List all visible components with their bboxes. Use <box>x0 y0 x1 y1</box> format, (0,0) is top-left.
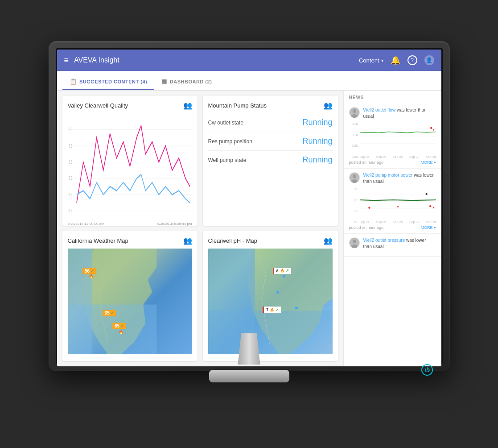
card-valley-icon: 👥 <box>183 101 192 110</box>
card-clearwell: Clearwell pH - Map 👥 <box>203 231 338 361</box>
news-item-1-text: Well2 outlet flow was lower than usual <box>363 107 436 120</box>
pump-label-1: Cw outlet state <box>208 120 243 126</box>
news-link-3[interactable]: Well2 outlet pressure <box>363 238 405 243</box>
news-panel: NEWS <box>343 91 441 366</box>
card-pump: Mountain Pump Status 👥 Cw outlet state R… <box>203 96 338 226</box>
svg-text:7.5: 7.5 <box>68 143 72 149</box>
svg-point-39 <box>351 245 358 248</box>
hamburger-menu[interactable]: ≡ <box>64 56 69 65</box>
tab-dashboard[interactable]: ▦ DASHBOARD (2) <box>154 74 219 90</box>
news-item-2-header: Well2 pump motor power was lower than us… <box>349 172 436 185</box>
chart-area: 8.5 7.5 6.5 5.5 4.5 3.5 <box>68 113 192 219</box>
svg-text:8.5: 8.5 <box>68 127 72 132</box>
svg-text:3.5: 3.5 <box>68 208 72 213</box>
ca-marker-65b: 65 ↗ <box>112 323 126 329</box>
chart-timestamps: 9/26/2018 12:00:00 am 9/28/2018 8:28:44 … <box>68 222 192 226</box>
svg-text:5.5: 5.5 <box>68 176 72 181</box>
svg-point-24 <box>430 127 432 129</box>
svg-point-19 <box>353 109 356 113</box>
svg-point-25 <box>433 129 434 130</box>
stand-base <box>209 370 289 382</box>
user-icon[interactable]: 👤 <box>424 55 434 65</box>
pump-row-1: Cw outlet state Running <box>208 113 333 132</box>
card-valley-title: Valley Clearwell Quality <box>68 102 128 109</box>
tab-suggested-label: SUGGESTED CONTENT (4) <box>79 79 147 84</box>
topnav-right: Content ▾ 🔔 ? 👤 <box>359 55 434 65</box>
news-link-2[interactable]: Well2 pump motor power <box>363 173 413 178</box>
news-item-2-text: Well2 pump motor power was lower than us… <box>363 172 436 185</box>
news-item-3-text: Well2 outlet pressure was lower than usu… <box>363 237 436 250</box>
svg-point-35 <box>429 205 431 207</box>
news-chart-1-labels: Sep 24Sep 25Sep 26Sep 27Sep 28 <box>360 155 436 158</box>
card-ca-weather: California Weather Map 👥 <box>62 231 198 361</box>
card-clearwell-title: Clearwell pH - Map <box>208 237 258 244</box>
pump-value-2: Running <box>302 137 332 146</box>
news-avatar-2 <box>349 172 360 183</box>
news-link-1[interactable]: Well2 outlet flow <box>363 108 396 112</box>
svg-point-32 <box>368 207 370 208</box>
stand-neck <box>238 333 260 365</box>
card-ca-header: California Weather Map 👥 <box>68 236 192 245</box>
topnav: ≡ AVEVA Insight Content ▾ 🔔 ? 👤 <box>57 50 441 71</box>
power-button[interactable]: ⏻ <box>421 364 433 376</box>
pump-row-2: Res pump position Running <box>208 132 333 151</box>
svg-text:4.5: 4.5 <box>68 192 72 197</box>
ph-map-bg: 8 🔥 ↗ 7 🔥 ↗ <box>208 249 333 354</box>
news-item-1: Well2 outlet flow was lower than usual 0… <box>344 104 441 169</box>
ca-marker-56: 56 ↗ <box>82 268 96 274</box>
ph-map-svg <box>208 249 333 354</box>
card-valley-header: Valley Clearwell Quality 👥 <box>68 101 192 110</box>
news-item-2: Well2 pump motor power was lower than us… <box>344 169 441 234</box>
card-clearwell-icon: 👥 <box>324 236 333 245</box>
pump-row-3: Well pump state Running <box>208 151 333 169</box>
news-more-1[interactable]: MORE ▾ <box>421 160 436 165</box>
main-area: Valley Clearwell Quality 👥 <box>57 91 441 366</box>
ca-map-svg <box>68 249 192 354</box>
news-item-3-header: Well2 outlet pressure was lower than usu… <box>349 237 436 250</box>
news-chart-container-1: 0.150.100.050.00 <box>349 122 436 158</box>
svg-point-34 <box>425 193 427 195</box>
tab-dashboard-icon: ▦ <box>161 78 167 85</box>
content-button[interactable]: Content ▾ <box>359 57 383 64</box>
screen: ≡ AVEVA Insight Content ▾ 🔔 ? 👤 <box>57 50 441 366</box>
ca-map-area[interactable]: 56 ↗ 🔥 65 ↗ 65 ↗ 🔥 <box>68 249 192 354</box>
pump-label-2: Res pump position <box>208 138 252 145</box>
clearwell-map-area[interactable]: 8 🔥 ↗ 7 🔥 ↗ <box>208 249 333 354</box>
card-pump-title: Mountain Pump Status <box>208 102 267 109</box>
news-footer-2: posted an hour ago MORE ▾ <box>349 225 436 230</box>
news-header: NEWS <box>344 95 441 104</box>
card-clearwell-header: Clearwell pH - Map 👥 <box>208 236 333 245</box>
card-pump-header: Mountain Pump Status 👥 <box>208 101 333 110</box>
news-time-2: posted an hour ago <box>349 225 384 230</box>
app-title: AVEVA Insight <box>74 56 354 64</box>
svg-point-33 <box>397 206 398 207</box>
bell-icon[interactable]: 🔔 <box>391 55 400 65</box>
svg-point-28 <box>351 179 358 183</box>
pump-value-3: Running <box>302 155 332 165</box>
pump-label-3: Well pump state <box>208 157 247 163</box>
card-pump-icon: 👥 <box>324 101 333 110</box>
news-avatar-3 <box>349 237 360 248</box>
svg-point-27 <box>353 174 356 178</box>
news-chart-1-svg <box>360 124 436 151</box>
help-icon[interactable]: ? <box>407 55 417 65</box>
tab-dashboard-label: DASHBOARD (2) <box>170 79 212 84</box>
tab-suggested-icon: 📋 <box>70 78 77 85</box>
tabbar: 📋 SUGGESTED CONTENT (4) ▦ DASHBOARD (2) <box>57 71 441 91</box>
tab-suggested[interactable]: 📋 SUGGESTED CONTENT (4) <box>62 74 155 90</box>
news-chart-2-labels: Sep 24Sep 25Sep 26Sep 27Sep 28 <box>360 220 436 224</box>
news-time-1: posted an hour ago <box>349 160 384 165</box>
news-more-2[interactable]: MORE ▾ <box>421 225 436 230</box>
pump-value-1: Running <box>302 118 332 127</box>
news-chart-2-svg <box>360 189 436 216</box>
news-footer-1: posted an hour ago MORE ▾ <box>349 160 436 165</box>
svg-point-38 <box>353 240 356 243</box>
news-item-3: Well2 outlet pressure was lower than usu… <box>344 234 441 257</box>
news-avatar-1 <box>349 107 360 118</box>
card-ca-icon: 👥 <box>183 236 192 245</box>
news-chart-container-2: 3K2K1K0K <box>349 187 436 224</box>
ca-map-bg: 56 ↗ 🔥 65 ↗ 65 ↗ 🔥 <box>68 249 192 354</box>
ph-marker-7: 7 🔥 ↗ <box>263 307 281 313</box>
ph-marker-8: 8 🔥 ↗ <box>273 268 291 274</box>
chart-time-end: 9/28/2018 8:28:44 pm <box>157 222 192 226</box>
